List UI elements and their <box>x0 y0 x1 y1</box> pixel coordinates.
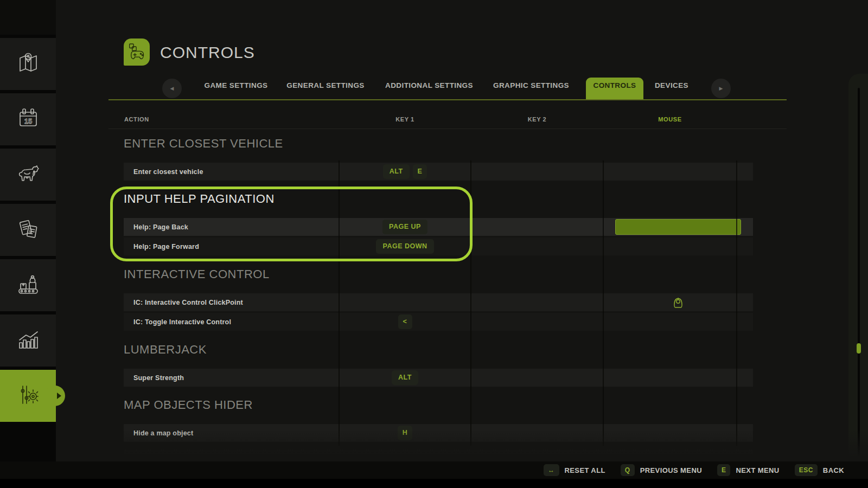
q-key-chip: Q <box>621 464 635 476</box>
table-row-ic-clickpoint[interactable]: IC: Interactive Control ClickPoint <box>124 293 753 311</box>
chevron-left-icon: ◀ <box>170 86 174 91</box>
key2-cell[interactable] <box>471 313 603 331</box>
next-menu-button[interactable]: E NEXT MENU <box>717 464 780 476</box>
section-title-enter-closest-vehicle: ENTER CLOSEST VEHICLE <box>124 137 283 151</box>
sidebar-item-settings[interactable] <box>0 370 56 422</box>
active-indicator-arrow-icon <box>57 393 61 399</box>
scrollbar-thumb[interactable] <box>857 343 861 354</box>
action-label: Help: Page Forward <box>124 243 339 251</box>
controls-page-icon <box>124 38 150 66</box>
mouse-cell[interactable] <box>603 424 753 442</box>
key-chip[interactable]: ALT <box>383 164 410 179</box>
tab-game-settings[interactable]: GAME SETTINGS <box>193 81 279 89</box>
page-title: CONTROLS <box>160 43 255 62</box>
mouse-cell[interactable] <box>603 237 753 255</box>
next-menu-label: NEXT MENU <box>736 466 779 474</box>
mouse-cell[interactable] <box>603 163 753 181</box>
sidebar: 15 <box>0 0 56 488</box>
map-icon <box>15 50 41 78</box>
back-button[interactable]: ESC BACK <box>795 464 844 476</box>
action-label: IC: Interactive Control ClickPoint <box>124 299 339 306</box>
calendar-icon: 15 <box>15 105 41 133</box>
column-header-key1: KEY 1 <box>339 116 471 123</box>
tabs-next-button[interactable]: ▶ <box>711 79 731 98</box>
scrollbar-track[interactable] <box>858 88 860 459</box>
key-chip[interactable]: ALT <box>392 370 418 385</box>
tab-graphic-settings[interactable]: GRAPHIC SETTINGS <box>484 81 578 89</box>
table-row-help-page-forward[interactable]: Help: Page Forward PAGE DOWN <box>124 237 753 255</box>
mouse-cell[interactable] <box>603 293 753 311</box>
selected-binding-cell[interactable] <box>615 219 741 235</box>
key1-cell[interactable]: < <box>339 313 471 331</box>
key-chip[interactable]: E <box>413 164 427 179</box>
key-chip[interactable]: PAGE DOWN <box>376 239 433 254</box>
e-key-chip: E <box>717 464 731 476</box>
column-separator <box>736 160 737 446</box>
column-separator <box>470 160 471 446</box>
key-chip[interactable]: H <box>398 426 413 440</box>
table-row-hide-map-object[interactable]: Hide a map object H <box>124 424 753 442</box>
table-row-help-page-back[interactable]: Help: Page Back PAGE UP <box>124 218 753 236</box>
key2-cell[interactable] <box>471 163 603 181</box>
mouse-cell[interactable] <box>603 218 753 236</box>
tab-controls-label: CONTROLS <box>586 81 643 89</box>
reset-all-button[interactable]: ↔ RESET ALL <box>544 464 605 476</box>
key1-cell[interactable]: PAGE UP <box>339 218 471 236</box>
key1-cell[interactable]: H <box>339 424 471 442</box>
sidebar-item-calendar[interactable]: 15 <box>0 93 56 145</box>
key1-cell[interactable]: ALT <box>339 369 471 387</box>
back-label: BACK <box>823 466 844 474</box>
key1-cell[interactable]: PAGE DOWN <box>339 237 471 255</box>
key2-cell[interactable] <box>471 369 603 387</box>
previous-menu-label: PREVIOUS MENU <box>640 466 702 474</box>
key2-cell[interactable] <box>471 218 603 236</box>
key2-cell[interactable] <box>471 237 603 255</box>
key-chip[interactable]: < <box>398 314 412 329</box>
key2-cell[interactable] <box>471 424 603 442</box>
mouse-icon <box>674 297 682 308</box>
section-title-map-objects-hider: MAP OBJECTS HIDER <box>124 398 253 412</box>
sidebar-item-map[interactable] <box>0 38 56 90</box>
action-label: Super Strength <box>124 374 339 382</box>
section-title-interactive-control: INTERACTIVE CONTROL <box>124 267 270 281</box>
statistics-icon <box>15 326 41 355</box>
column-separator <box>339 160 340 446</box>
tab-controls[interactable]: CONTROLS <box>586 78 643 100</box>
action-label: Enter closest vehicle <box>124 168 339 176</box>
animals-icon <box>15 160 41 189</box>
key1-cell[interactable] <box>339 293 471 311</box>
table-row-enter-closest-vehicle[interactable]: Enter closest vehicle ALT E <box>124 163 753 181</box>
esc-key-chip: ESC <box>795 464 818 476</box>
previous-menu-button[interactable]: Q PREVIOUS MENU <box>621 464 702 476</box>
sidebar-item-contracts[interactable] <box>0 204 56 256</box>
column-header-key2: KEY 2 <box>471 116 603 123</box>
section-title-input-help-pagination: INPUT HELP PAGINATION <box>124 192 275 206</box>
key2-cell[interactable] <box>471 293 603 311</box>
calendar-day-label: 15 <box>24 117 31 125</box>
header-divider <box>108 129 787 129</box>
key-chip[interactable]: PAGE UP <box>382 220 427 234</box>
contracts-icon <box>15 216 41 244</box>
tabs-prev-button[interactable]: ◀ <box>162 79 182 98</box>
mouse-cell[interactable] <box>603 313 753 331</box>
active-tab-bump <box>44 386 65 406</box>
gamepad-icon <box>126 41 148 63</box>
tab-general-settings[interactable]: GENERAL SETTINGS <box>282 81 369 89</box>
partial-next-row <box>124 450 753 454</box>
bottom-strip <box>0 479 868 488</box>
table-row-super-strength[interactable]: Super Strength ALT <box>124 369 753 387</box>
table-row-ic-toggle[interactable]: IC: Toggle Interactive Control < <box>124 313 753 331</box>
tab-devices[interactable]: DEVICES <box>647 81 697 89</box>
key1-cell[interactable]: ALT E <box>339 163 471 181</box>
settings-icon <box>15 382 41 410</box>
action-label: Hide a map object <box>124 429 339 437</box>
action-label: Help: Page Back <box>124 223 339 231</box>
mouse-cell[interactable] <box>603 369 753 387</box>
reset-all-label: RESET ALL <box>565 466 605 474</box>
tab-additional-settings[interactable]: ADDITIONAL SETTINGS <box>379 81 480 89</box>
scrollbar <box>848 74 868 473</box>
sidebar-item-statistics[interactable] <box>0 314 56 367</box>
sidebar-item-production[interactable] <box>0 259 56 311</box>
sidebar-top-strip <box>0 0 56 35</box>
sidebar-item-animals[interactable] <box>0 149 56 201</box>
